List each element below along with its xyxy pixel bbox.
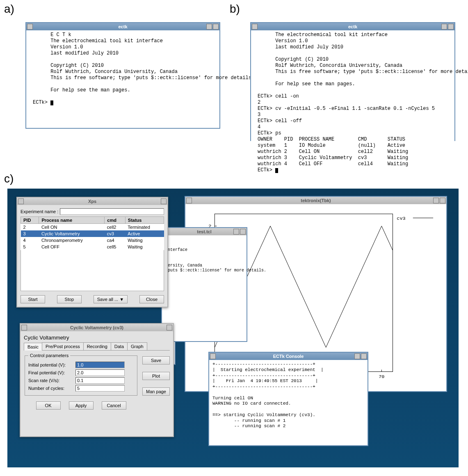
minimize-icon[interactable] bbox=[433, 198, 439, 203]
start-button[interactable]: Start bbox=[21, 295, 45, 303]
minimize-icon[interactable] bbox=[233, 229, 239, 235]
terminal-window-b: ectk The electrochemical tool kit interf… bbox=[250, 22, 455, 141]
close-button[interactable]: Close bbox=[139, 295, 164, 303]
titlebar-console[interactable]: ECTk Console bbox=[209, 353, 368, 360]
save-button[interactable]: Save bbox=[142, 356, 170, 364]
saveall-button[interactable]: Save all ... ▼ bbox=[94, 295, 128, 303]
col-header[interactable]: Process name bbox=[39, 217, 105, 224]
title-console: ECTk Console bbox=[273, 354, 304, 359]
window-menu-icon[interactable] bbox=[27, 24, 33, 30]
xps-window: Xps Experiment name : PIDProcess namecmd… bbox=[16, 197, 168, 307]
cv-heading: Cyclic Voltammetry bbox=[24, 335, 170, 341]
close-icon[interactable] bbox=[240, 229, 246, 235]
titlebar-testtcl[interactable]: test.tcl bbox=[162, 228, 247, 235]
terminal-window-a: ectk E C T k The electrochemical tool ki… bbox=[25, 22, 220, 129]
cycles-input[interactable] bbox=[75, 385, 125, 392]
testtcl-body: interface versity, Canada 'puts $::ectk:… bbox=[162, 235, 247, 275]
window-menu-icon[interactable] bbox=[186, 198, 192, 203]
apply-button[interactable]: Apply bbox=[69, 401, 94, 410]
experiment-input[interactable] bbox=[60, 208, 164, 215]
control-parameters-fieldset: Control parameters Initial potential (V)… bbox=[25, 353, 137, 396]
panel-c-label: c) bbox=[4, 172, 14, 185]
scanrate-label: Scan rate (V/s): bbox=[28, 378, 75, 383]
experiment-label: Experiment name : bbox=[21, 209, 58, 214]
console-window: ECTk Console +--------------------------… bbox=[208, 352, 368, 446]
maximize-icon[interactable] bbox=[213, 24, 219, 30]
tab-basic[interactable]: Basic bbox=[24, 343, 42, 351]
cycles-label: Number of cycles: bbox=[28, 386, 75, 391]
title-a: ectk bbox=[118, 24, 127, 29]
window-menu-icon[interactable] bbox=[21, 325, 27, 330]
title-b: ectk bbox=[348, 24, 357, 29]
cv-body: Cyclic Voltammetry BasicPre/Post process… bbox=[21, 331, 173, 413]
titlebar-tek[interactable]: tektronix(Tbk) bbox=[185, 197, 446, 204]
svg-text:70: 70 bbox=[379, 374, 384, 380]
maximize-icon[interactable] bbox=[440, 198, 445, 203]
terminal-b-body[interactable]: The electrochemical tool kit interface V… bbox=[251, 30, 454, 175]
tab-pre-post-process[interactable]: Pre/Post process bbox=[42, 342, 84, 350]
fieldset-legend: Control parameters bbox=[28, 353, 70, 358]
col-header[interactable]: PID bbox=[21, 217, 39, 224]
minimize-icon[interactable] bbox=[354, 353, 360, 359]
plot-button[interactable]: Plot bbox=[142, 372, 170, 380]
title-testtcl: test.tcl bbox=[197, 229, 211, 234]
console-body[interactable]: +------------------------------------+ |… bbox=[209, 360, 368, 431]
ok-button[interactable]: OK bbox=[36, 401, 61, 410]
svg-text:cv3: cv3 bbox=[397, 216, 405, 221]
title-xps: Xps bbox=[88, 199, 96, 204]
close-icon[interactable] bbox=[167, 325, 172, 330]
process-table: PIDProcess namecmdStatus2Cell ONcell2Ter… bbox=[21, 216, 164, 250]
cv-dialog: Cyclic Voltammetry (cv3) Cyclic Voltamme… bbox=[20, 323, 174, 437]
scanrate-input[interactable] bbox=[75, 377, 125, 384]
titlebar-xps[interactable]: Xps bbox=[17, 198, 167, 205]
cv-tabs: BasicPre/Post processRecordingDataGraph bbox=[24, 342, 170, 351]
panel-a-label: a) bbox=[4, 2, 14, 16]
table-row[interactable]: 4Chronoamperometryca4Waiting bbox=[21, 237, 164, 244]
final-input[interactable] bbox=[75, 369, 125, 376]
col-header[interactable]: Status bbox=[125, 217, 164, 224]
close-icon[interactable] bbox=[161, 198, 167, 204]
xps-body: Experiment name : PIDProcess namecmdStat… bbox=[17, 205, 167, 307]
initial-label: Initial potential (V): bbox=[28, 362, 75, 367]
manpage-button[interactable]: Man page bbox=[142, 387, 170, 396]
tab-graph[interactable]: Graph bbox=[127, 342, 147, 350]
final-label: Final potential (V): bbox=[28, 370, 75, 375]
minimize-icon[interactable] bbox=[206, 24, 212, 30]
terminal-a-body[interactable]: E C T k The electrochemical tool kit int… bbox=[26, 30, 219, 107]
table-row[interactable]: 3Cyclic Voltammetrycv3Active bbox=[21, 230, 164, 237]
stop-button[interactable]: Stop bbox=[57, 295, 82, 303]
title-tek: tektronix(Tbk) bbox=[301, 198, 331, 203]
table-row[interactable]: 2Cell ONcell2Terminated bbox=[21, 224, 164, 231]
testtcl-window: test.tcl interface versity, Canada 'puts… bbox=[161, 227, 247, 342]
window-menu-icon[interactable] bbox=[18, 198, 24, 204]
titlebar-cv[interactable]: Cyclic Voltammetry (cv3) bbox=[21, 324, 173, 331]
tab-data[interactable]: Data bbox=[111, 342, 128, 350]
panel-b-label: b) bbox=[230, 2, 240, 16]
desktop-c: ECTk > graph -s -show -stop -style ECTk … bbox=[7, 189, 459, 467]
maximize-icon[interactable] bbox=[361, 353, 367, 359]
minimize-icon[interactable] bbox=[441, 24, 447, 30]
titlebar-b[interactable]: ectk bbox=[251, 23, 454, 30]
window-menu-icon[interactable] bbox=[210, 353, 216, 359]
initial-input[interactable] bbox=[75, 362, 125, 368]
cancel-button[interactable]: Cancel bbox=[102, 401, 126, 410]
tab-recording[interactable]: Recording bbox=[83, 342, 111, 350]
table-row[interactable]: 5Cell OFFcell5Waiting bbox=[21, 244, 164, 250]
titlebar-a[interactable]: ectk bbox=[26, 23, 219, 30]
window-menu-icon[interactable] bbox=[252, 24, 258, 30]
col-header[interactable]: cmd bbox=[105, 217, 125, 224]
maximize-icon[interactable] bbox=[448, 24, 454, 30]
title-cv: Cyclic Voltammetry (cv3) bbox=[70, 325, 123, 330]
